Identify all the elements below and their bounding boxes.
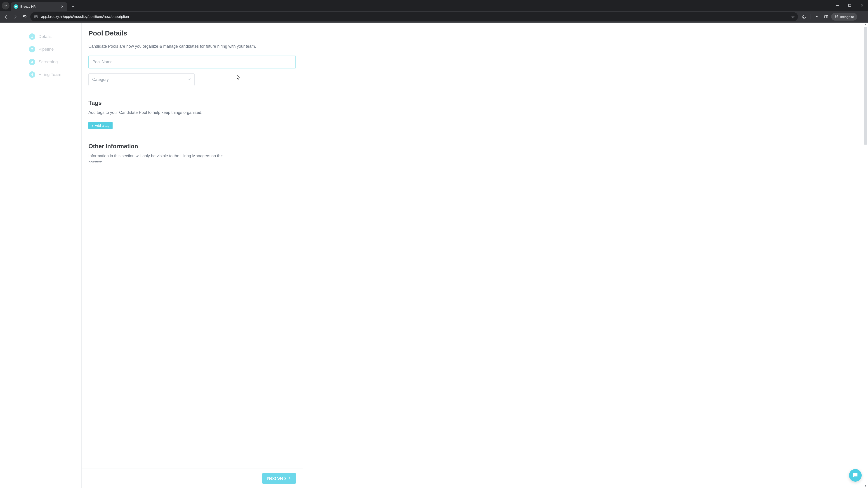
browser-chrome: Breezy HR ✕ + ― ✕ app.breezy.hr/app/c/mo… [0, 0, 868, 23]
tab-close-icon[interactable]: ✕ [60, 4, 65, 9]
browser-tab[interactable]: Breezy HR ✕ [11, 2, 67, 11]
other-info-title: Other Information [88, 143, 296, 150]
svg-rect-5 [825, 15, 828, 18]
tab-title: Breezy HR [20, 5, 58, 8]
wizard-footer: Next Step [82, 468, 303, 488]
bookmark-star-icon[interactable]: ☆ [791, 14, 795, 19]
window-maximize-button[interactable] [844, 0, 856, 11]
address-bar[interactable]: app.breezy.hr/app/c/moodjoy/positions/ne… [30, 12, 798, 21]
next-step-button[interactable]: Next Step [262, 473, 296, 484]
wizard-sidebar: 1 Details 2 Pipeline 3 Screening 4 Hirin… [27, 23, 81, 488]
scroll-thumb[interactable] [864, 27, 867, 144]
category-placeholder: Category [92, 77, 109, 82]
tags-desc: Add tags to your Candidate Pool to help … [88, 109, 274, 116]
step-badge: 2 [29, 46, 35, 53]
svg-rect-1 [34, 15, 36, 17]
scroll-up-arrow[interactable]: ▲ [864, 23, 867, 26]
chat-icon [852, 472, 859, 479]
step-label: Details [38, 34, 52, 39]
other-info-desc-line1: Information in this section will only be… [88, 153, 235, 159]
main-column: Pool Details Candidate Pools are how you… [81, 23, 303, 488]
svg-rect-2 [36, 15, 37, 17]
url-text: app.breezy.hr/app/c/moodjoy/positions/ne… [41, 15, 788, 19]
step-badge: 1 [29, 33, 35, 40]
window-minimize-button[interactable]: ― [831, 0, 844, 11]
pool-details-desc: Candidate Pools are how you organize & m… [88, 43, 274, 50]
nav-forward-button[interactable] [11, 13, 20, 21]
pool-details-title: Pool Details [88, 29, 296, 37]
plus-icon: + [92, 124, 94, 127]
next-step-label: Next Step [267, 476, 286, 481]
other-info-desc-line2-clipped: position [88, 159, 296, 162]
add-tag-button[interactable]: + Add a tag [88, 122, 113, 129]
step-badge: 4 [29, 71, 35, 78]
page-viewport: 1 Details 2 Pipeline 3 Screening 4 Hirin… [0, 23, 868, 488]
window-close-button[interactable]: ✕ [856, 0, 868, 11]
pool-name-input[interactable] [88, 56, 296, 68]
step-label: Screening [38, 59, 58, 64]
scroll-down-arrow[interactable]: ▼ [864, 484, 867, 488]
left-gutter [0, 23, 27, 488]
nav-reload-button[interactable] [21, 13, 29, 21]
chevron-down-icon [188, 78, 191, 82]
chat-fab-button[interactable] [849, 469, 862, 482]
site-info-icon[interactable] [33, 14, 38, 19]
wizard-step-screening[interactable]: 3 Screening [27, 56, 81, 68]
step-label: Hiring Team [38, 72, 61, 77]
tab-search-button[interactable] [2, 2, 9, 9]
window-controls: ― ✕ [831, 0, 868, 11]
extensions-icon[interactable] [800, 13, 808, 21]
browser-toolbar: app.breezy.hr/app/c/moodjoy/positions/ne… [0, 11, 868, 23]
chevron-right-icon [288, 477, 291, 481]
svg-rect-0 [848, 4, 851, 6]
browser-menu-icon[interactable]: ⋮ [858, 13, 866, 21]
tab-favicon [13, 4, 18, 9]
page-scrollbar[interactable]: ▲ ▼ [864, 23, 868, 488]
incognito-icon [834, 14, 838, 19]
add-tag-label: Add a tag [95, 124, 110, 127]
form-scroll-area: Pool Details Candidate Pools are how you… [82, 29, 303, 468]
incognito-label: Incognito [840, 15, 854, 19]
svg-rect-4 [36, 17, 37, 18]
step-badge: 3 [29, 59, 35, 65]
wizard-step-pipeline[interactable]: 2 Pipeline [27, 43, 81, 56]
toolbar-right-icons: Incognito ⋮ [799, 13, 866, 21]
incognito-indicator[interactable]: Incognito [831, 13, 857, 21]
svg-rect-3 [34, 17, 36, 18]
wizard-step-hiring-team[interactable]: 4 Hiring Team [27, 68, 81, 81]
downloads-icon[interactable] [813, 13, 821, 21]
tags-title: Tags [88, 99, 296, 106]
sidepanel-icon[interactable] [822, 13, 830, 21]
new-tab-button[interactable]: + [70, 3, 76, 10]
category-select[interactable]: Category [88, 73, 195, 86]
wizard-step-details[interactable]: 1 Details [27, 30, 81, 43]
nav-back-button[interactable] [2, 13, 10, 21]
step-label: Pipeline [38, 47, 54, 52]
tab-strip: Breezy HR ✕ + ― ✕ [0, 0, 868, 11]
